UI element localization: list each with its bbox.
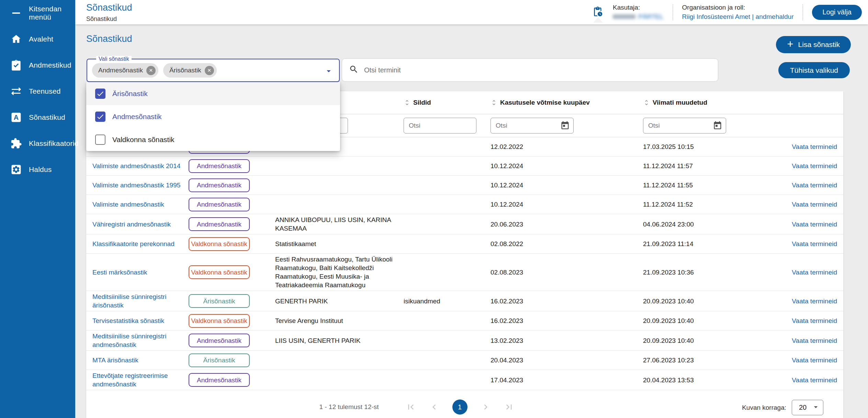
sidebar-item-haldus[interactable]: Haldus: [0, 156, 75, 183]
glossary-name-cell: Vähiregistri andmesõnastik: [92, 220, 184, 229]
modified-date-cell: 20.04.2023 13:53: [638, 376, 786, 384]
glossary-select-label: Vali sõnastik: [96, 56, 132, 62]
last-page-icon[interactable]: [504, 402, 514, 412]
divider: [673, 4, 673, 20]
view-terms-link[interactable]: Vaata termineid: [792, 221, 837, 228]
view-terms-link[interactable]: Vaata termineid: [792, 376, 837, 384]
user-label: Kasutaja:: [613, 3, 664, 12]
column-header[interactable]: Kasutusele võtmise kuupäev: [486, 99, 638, 106]
view-terms-link[interactable]: Vaata termineid: [792, 357, 837, 364]
view-terms-link[interactable]: Vaata termineid: [792, 269, 837, 276]
sidebar-item-label: Teenused: [29, 87, 61, 95]
view-terms-link[interactable]: Vaata termineid: [792, 182, 837, 189]
sidebar-item-label: Haldus: [29, 165, 52, 174]
view-terms-link[interactable]: Vaata termineid: [792, 162, 837, 170]
glossary-name-link[interactable]: MTA ärisõnastik: [92, 357, 138, 364]
glossary-type-badge: Valdkonna sõnastik: [189, 265, 250, 279]
view-terms-link[interactable]: Vaata termineid: [792, 317, 837, 324]
sidebar-item-collapse[interactable]: Kitsendan menüü: [0, 0, 75, 26]
owners-cell: GENERTH PARIK: [270, 297, 399, 305]
sort-icon[interactable]: [643, 99, 650, 106]
dropdown-option[interactable]: Andmesõnastik: [86, 105, 340, 128]
actions-cell: Vaata termineid: [786, 268, 837, 277]
glossary-name-cell: MTA ärisõnastik: [92, 356, 184, 364]
glossary-name-link[interactable]: Klassifikaatorite perekonnad: [92, 240, 174, 247]
modified-date-cell: 21.09.2023 11:14: [638, 240, 786, 248]
glossary-name-link[interactable]: Meditsiinilise sünniregistri andmesõnast…: [92, 333, 166, 348]
sort-icon[interactable]: [404, 99, 410, 106]
adopted-date-cell: 02.08.2022: [486, 240, 638, 248]
glossary-name-link[interactable]: Valimiste andmesõnastik: [92, 201, 164, 208]
table-row: Valimiste andmesõnastikAndmesõnastik10.1…: [86, 195, 843, 214]
sidebar-item-andmestikud[interactable]: Andmestikud: [0, 52, 75, 78]
add-glossary-button[interactable]: + Lisa sõnastik: [776, 36, 851, 53]
sidebar-item-teenused[interactable]: Teenused: [0, 78, 75, 104]
view-terms-link[interactable]: Vaata termineid: [792, 201, 837, 208]
pending-actions-icon-glyph: [592, 6, 603, 19]
column-header-label: Viimati muudetud: [653, 99, 707, 106]
view-terms-link[interactable]: Vaata termineid: [792, 298, 837, 305]
actions-cell: Vaata termineid: [786, 356, 837, 364]
clear-selection-button[interactable]: Tühista valikud: [778, 62, 850, 78]
breadcrumb[interactable]: Sõnastikud: [86, 15, 132, 23]
per-page-select[interactable]: 20: [792, 400, 823, 415]
column-header[interactable]: Sildid: [399, 99, 486, 106]
view-terms-link[interactable]: Vaata termineid: [792, 337, 837, 344]
column-filter-input[interactable]: [648, 122, 713, 129]
org-value: Riigi Infosüsteemi Amet | andmehaldur: [682, 13, 794, 21]
pending-actions-icon[interactable]: [592, 0, 604, 24]
sidebar-item-label: Klassifikaatorid: [29, 139, 78, 148]
column-filter-cell: [399, 118, 486, 133]
adopted-date-cell: 17.04.2023: [486, 376, 638, 384]
calendar-icon[interactable]: [560, 121, 570, 130]
logout-button[interactable]: Logi välja: [812, 5, 862, 20]
sort-icon[interactable]: [491, 99, 497, 106]
dropdown-option[interactable]: Ärisõnastik: [86, 82, 340, 105]
modified-date-cell: 20.09.2023 10:40: [638, 336, 786, 345]
checkbox-checked-icon[interactable]: [95, 112, 105, 122]
table-row: Ettevõtjate registreerimise andmesõnasti…: [86, 370, 843, 390]
checkbox-unchecked-icon[interactable]: [95, 135, 105, 145]
term-search-input[interactable]: [364, 66, 711, 74]
view-terms-link[interactable]: Vaata termineid: [792, 143, 837, 150]
dropdown-option-label: Andmesõnastik: [112, 113, 162, 121]
first-page-icon[interactable]: [406, 402, 416, 412]
glossary-name-link[interactable]: Tervisestatistika sõnastik: [92, 317, 164, 324]
column-filter-input[interactable]: [409, 122, 473, 129]
glossary-name-link[interactable]: Valimiste andmesõnastik 2014: [92, 162, 180, 170]
glossary-name-cell: Klassifikaatorite perekonnad: [92, 240, 184, 248]
clipboard-check-icon: [10, 59, 22, 71]
sidebar-item-avaleht[interactable]: Avaleht: [0, 26, 75, 52]
chip-remove-icon[interactable]: ×: [146, 66, 156, 75]
plus-icon: +: [787, 38, 793, 50]
view-terms-link[interactable]: Vaata termineid: [792, 240, 837, 247]
glossary-name-link[interactable]: Valimiste andmesõnastik 1995: [92, 182, 180, 189]
column-header[interactable]: Viimati muudetud: [638, 99, 786, 106]
adopted-date-cell: 10.12.2024: [486, 181, 638, 189]
calendar-icon[interactable]: [713, 121, 722, 130]
next-page-icon[interactable]: [481, 402, 491, 412]
sidebar-item-sonastikud[interactable]: ASõnastikud: [0, 104, 75, 130]
sidebar-item-label: Kitsendan menüü: [29, 5, 75, 21]
chevron-down-icon[interactable]: [324, 66, 334, 76]
glossary-select[interactable]: Vali sõnastik Andmesõnastik×Ärisõnastik×: [87, 59, 340, 82]
column-filter-input[interactable]: [496, 122, 560, 129]
modified-date-cell: 11.12.2024 11:55: [638, 181, 786, 189]
glossary-name-link[interactable]: Meditsiinilise sünniregistri ärisõnastik: [92, 293, 166, 309]
modified-date-cell: 11.12.2024 11:57: [638, 162, 786, 170]
sidebar-item-klassifikaatorid[interactable]: Klassifikaatorid: [0, 130, 75, 156]
owners-cell: Statistikaamet: [270, 240, 399, 248]
actions-cell: Vaata termineid: [786, 162, 837, 170]
puzzle-icon: [10, 138, 22, 149]
sidebar-item-label: Avaleht: [29, 35, 53, 43]
checkbox-checked-icon[interactable]: [95, 89, 105, 99]
dropdown-option[interactable]: Valdkonna sõnastik: [86, 128, 340, 151]
glossary-name-link[interactable]: Eesti märksõnastik: [92, 269, 147, 276]
glossary-name-link[interactable]: Vähiregistri andmesõnastik: [92, 221, 171, 228]
glossary-name-link[interactable]: Ettevõtjate registreerimise andmesõnasti…: [92, 372, 168, 388]
previous-page-icon[interactable]: [429, 402, 439, 412]
chevron-down-icon: [811, 403, 820, 413]
current-page-button[interactable]: 1: [452, 399, 467, 415]
dropdown-option-label: Valdkonna sõnastik: [112, 136, 174, 144]
chip-remove-icon[interactable]: ×: [205, 66, 214, 75]
